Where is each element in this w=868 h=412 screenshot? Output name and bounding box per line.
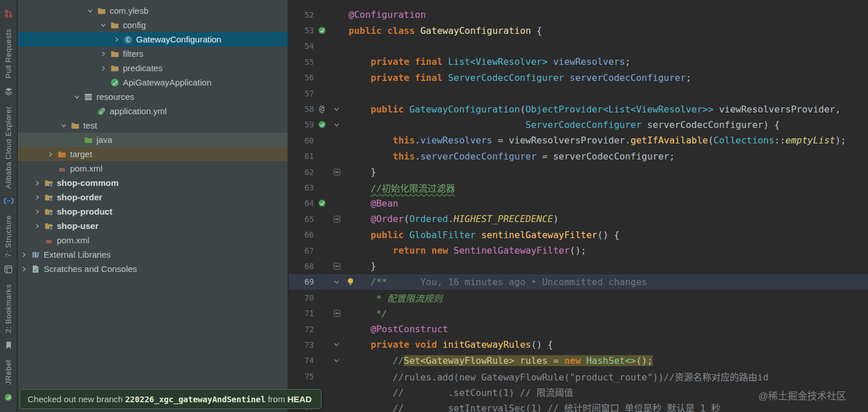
chevron-right-icon[interactable]	[99, 49, 110, 59]
line-number[interactable]: 74	[289, 356, 314, 365]
libraries-icon	[31, 250, 42, 259]
tree-item-pom-xml[interactable]: mpom.xml	[18, 161, 288, 176]
line-number[interactable]: 72	[289, 325, 314, 334]
tool-button-7-structure[interactable]: 7: Structure	[4, 215, 13, 257]
line-number[interactable]: 68	[289, 262, 314, 271]
fold-box-icon[interactable]	[330, 216, 344, 223]
tool-button-jrebel[interactable]: JRebel	[4, 360, 13, 384]
fold-chev-icon[interactable]	[330, 121, 344, 129]
chevron-right-icon[interactable]	[99, 64, 110, 73]
fold-box-icon[interactable]	[330, 263, 344, 270]
line-number[interactable]: 71	[289, 309, 314, 318]
code-text: //初始化限流过滤器	[344, 181, 455, 195]
fold-box-icon[interactable]	[330, 169, 344, 176]
branch-notification[interactable]: Checked out new branch 220226_xgc_gatewa…	[20, 389, 321, 409]
svg-text:m: m	[59, 165, 65, 173]
line-number[interactable]: 70	[289, 293, 314, 302]
tree-item-external-libraries[interactable]: External Libraries	[18, 247, 288, 262]
code-line-67: 67 return new SentinelGatewayFilter();	[289, 243, 868, 258]
line-number[interactable]: 64	[289, 199, 314, 208]
tree-item-predicates[interactable]: predicates	[18, 61, 288, 75]
jrebel-icon[interactable]	[4, 393, 13, 404]
window-icon[interactable]	[4, 265, 13, 276]
chevron-down-icon[interactable]	[59, 121, 71, 130]
fold-chev-icon[interactable]	[330, 278, 344, 286]
chevron-right-icon[interactable]	[33, 207, 44, 216]
tree-item-scratches-and-consoles[interactable]: Scratches and Consoles	[18, 262, 288, 276]
line-number[interactable]: 63	[289, 183, 314, 192]
chevron-right-icon[interactable]	[20, 265, 31, 274]
line-number[interactable]: 53	[289, 26, 314, 35]
line-number[interactable]: 61	[289, 151, 314, 161]
tree-item-java[interactable]: java	[18, 133, 288, 147]
line-number[interactable]: 55	[289, 57, 314, 67]
code-text: // .setCount(1) // 限流阈值	[344, 385, 574, 399]
fold-box-icon[interactable]	[330, 310, 344, 317]
tree-item-target[interactable]: target	[18, 147, 288, 161]
chevron-down-icon[interactable]	[72, 92, 84, 102]
tree-item-config[interactable]: config	[18, 18, 288, 32]
folder-green-icon	[84, 135, 95, 145]
tree-item-com-ylesb[interactable]: com.ylesb	[18, 3, 288, 18]
tree-item-label: test	[82, 121, 97, 130]
pull-request-icon[interactable]	[4, 9, 13, 21]
tree-item-pom-xml[interactable]: mpom.xml	[18, 233, 288, 247]
tree-item-shop-user[interactable]: shop-user	[18, 219, 288, 233]
line-number[interactable]: 52	[289, 10, 314, 20]
fold-chev-icon[interactable]	[330, 341, 344, 348]
chevron-right-icon[interactable]	[46, 150, 57, 159]
tree-item-shop-commom[interactable]: shop-commom	[18, 176, 288, 190]
chevron-right-icon[interactable]	[33, 193, 44, 202]
line-number[interactable]: 65	[289, 215, 314, 224]
fold-chev-icon[interactable]	[330, 106, 344, 113]
code-text: }	[344, 166, 376, 177]
tree-item-apigatewayapplication[interactable]: ApiGatewayApplication	[18, 75, 288, 90]
tree-item-label: application.yml	[108, 106, 166, 116]
bookmark-icon[interactable]	[5, 341, 13, 352]
line-number[interactable]: 57	[289, 89, 314, 98]
line-number[interactable]: 73	[289, 340, 314, 349]
tree-item-test[interactable]: test	[18, 118, 288, 133]
line-number[interactable]: 62	[289, 168, 314, 177]
layers-icon[interactable]	[4, 87, 13, 98]
line-number[interactable]: 75	[289, 372, 314, 381]
tree-item-filters[interactable]: filters	[18, 46, 288, 61]
chevron-right-icon[interactable]	[33, 221, 44, 231]
fold-chev-icon[interactable]	[330, 357, 344, 364]
annotation-gutter-icon[interactable]: @	[314, 104, 330, 114]
tool-button-2-bookmarks[interactable]: 2: Bookmarks	[4, 284, 13, 333]
intention-bulb-icon[interactable]	[346, 277, 355, 289]
tree-item-gatewayconfiguration[interactable]: CGatewayConfiguration	[18, 32, 288, 46]
code-text: //Set<GatewayFlowRule> rules = new HashS…	[344, 355, 653, 366]
folder-module-icon	[44, 193, 56, 202]
line-number[interactable]: 66	[289, 230, 314, 239]
chevron-right-icon[interactable]	[20, 250, 31, 259]
line-number[interactable]: 56	[289, 73, 314, 82]
chevron-down-icon[interactable]	[86, 6, 97, 15]
chevron-down-icon[interactable]	[99, 21, 110, 30]
line-number[interactable]: 60	[289, 136, 314, 145]
line-number[interactable]: 58	[289, 104, 314, 114]
line-number[interactable]: 54	[289, 41, 314, 50]
chevron-right-icon[interactable]	[112, 35, 123, 44]
alibaba-cloud-icon[interactable]	[3, 197, 14, 207]
spring-gutter-icon[interactable]	[314, 199, 330, 207]
tree-item-shop-product[interactable]: shop-product	[18, 204, 288, 219]
tool-button-pull-requests[interactable]: Pull Requests	[4, 29, 13, 79]
line-number[interactable]: 67	[289, 246, 314, 255]
line-number[interactable]: 59	[289, 120, 314, 129]
code-text: * 配置限流规则	[344, 291, 442, 305]
spring-gutter-icon[interactable]	[314, 26, 330, 34]
code-text: ServerCodecConfigurer serverCodecConfigu…	[344, 119, 780, 130]
line-number[interactable]: 69	[289, 277, 314, 286]
spring-gutter-icon[interactable]	[314, 121, 330, 129]
tree-item-shop-order[interactable]: shop-order	[18, 190, 288, 204]
code-text: /** You, 16 minutes ago • Uncommitted ch…	[344, 277, 647, 287]
tool-button-alibaba-cloud-explorer[interactable]: Alibaba Cloud Explorer	[4, 106, 13, 189]
code-line-54: 54	[289, 38, 868, 54]
tree-item-resources[interactable]: resources	[18, 90, 288, 104]
chevron-right-icon[interactable]	[33, 178, 44, 188]
folder-icon	[97, 6, 108, 15]
editor-panel[interactable]: 52@Configuration53public class GatewayCo…	[289, 0, 868, 412]
tree-item-application-yml[interactable]: application.yml	[18, 104, 288, 118]
